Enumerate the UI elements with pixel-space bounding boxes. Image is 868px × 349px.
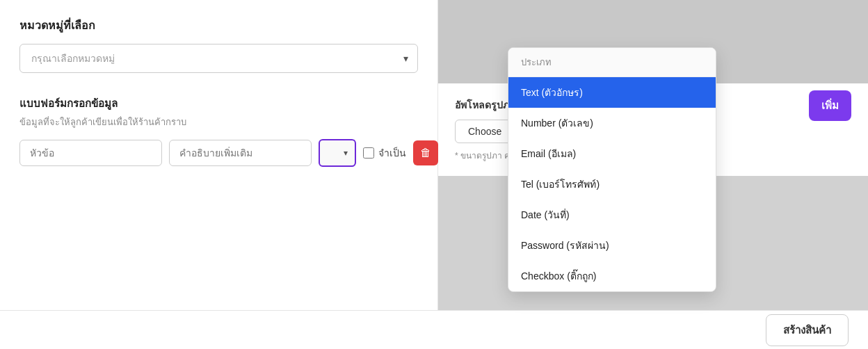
type-select[interactable]: ประเภท Text (ตัวอักษร) Number (ตัวเลข) E… (319, 139, 356, 167)
form-section: แบบฟอร์มกรอกข้อมูล ข้อมูลที่จะให้ลูกค้าเ… (19, 95, 418, 167)
dropdown-item-password[interactable]: Password (รหัสผ่าน) (508, 230, 716, 261)
form-section-title: แบบฟอร์มกรอกข้อมูล (19, 95, 418, 112)
required-checkbox[interactable] (363, 147, 374, 159)
create-product-button[interactable]: สร้างสินค้า (766, 314, 849, 346)
page-container: หมวดหมู่ที่เลือก กรุณาเลือกหมวดหมู่ ▾ แบ… (0, 0, 868, 349)
bottom-bar: สร้างสินค้า (0, 310, 868, 349)
dropdown-item-text[interactable]: Text (ตัวอักษร) (508, 77, 716, 108)
dropdown-item-date[interactable]: Date (วันที่) (508, 200, 716, 230)
add-button[interactable]: เพิ่ม (809, 90, 851, 121)
trash-icon: 🗑 (420, 147, 431, 159)
group-select-wrapper[interactable]: กรุณาเลือกหมวดหมู่ ▾ (19, 44, 418, 73)
left-panel: หมวดหมู่ที่เลือก กรุณาเลือกหมวดหมู่ ▾ แบ… (0, 0, 438, 349)
dropdown-item-checkbox[interactable]: Checkbox (ติ๊กถูก) (508, 261, 716, 291)
field-desc-input[interactable] (169, 140, 312, 166)
dropdown-header: ประเภท (508, 48, 716, 77)
field-title-input[interactable] (19, 140, 162, 166)
choose-file-button[interactable]: Choose (455, 120, 515, 143)
form-row: ประเภท Text (ตัวอักษร) Number (ตัวเลข) E… (19, 139, 418, 167)
type-select-wrapper[interactable]: ประเภท Text (ตัวอักษร) Number (ตัวเลข) E… (319, 139, 356, 167)
dropdown-item-email[interactable]: Email (อีเมล) (508, 138, 716, 169)
image-hint-text: * ขนาดรูปภา (455, 151, 502, 161)
dropdown-item-tel[interactable]: Tel (เบอร์โทรศัพท์) (508, 169, 716, 200)
delete-row-button[interactable]: 🗑 (413, 140, 438, 165)
required-label: จำเป็น (378, 145, 406, 161)
dropdown-item-number[interactable]: Number (ตัวเลข) (508, 108, 716, 138)
group-select[interactable]: กรุณาเลือกหมวดหมู่ (19, 44, 418, 73)
form-section-subtitle: ข้อมูลที่จะให้ลูกค้าเขียนเพื่อให้ร้านค้า… (19, 115, 418, 129)
type-dropdown-overlay: ประเภท Text (ตัวอักษร) Number (ตัวเลข) E… (508, 47, 716, 292)
required-checkbox-label[interactable]: จำเป็น (363, 145, 406, 161)
group-section-title: หมวดหมู่ที่เลือก (19, 17, 418, 34)
